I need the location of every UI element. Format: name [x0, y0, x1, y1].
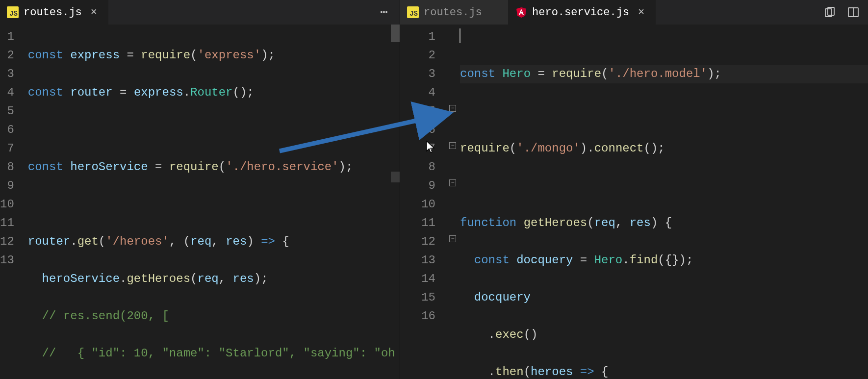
- angular-icon: [515, 6, 527, 18]
- fold-icon[interactable]: −: [449, 105, 456, 112]
- editor-left[interactable]: 1 2 3 4 5 6 7 8 9 10 11 12 13 const expr…: [0, 25, 400, 379]
- tab-label: routes.js: [424, 6, 482, 19]
- text-cursor: [460, 28, 460, 43]
- overview-ruler-left[interactable]: [391, 25, 400, 379]
- js-icon: JS: [7, 6, 19, 18]
- fold-icon[interactable]: −: [449, 235, 456, 242]
- tab-label: hero.service.js: [532, 6, 629, 19]
- fold-icon[interactable]: −: [449, 142, 456, 149]
- tab-hero-service[interactable]: hero.service.js ×: [509, 0, 656, 25]
- line-gutter-left: 1 2 3 4 5 6 7 8 9 10 11 12 13: [0, 25, 28, 379]
- close-icon[interactable]: ×: [638, 6, 644, 19]
- fold-icon[interactable]: −: [449, 179, 456, 186]
- editor-pane-left: JS routes.js × ⋯ 1 2 3 4 5 6 7 8 9 10 11…: [0, 0, 400, 379]
- tab-routes-right[interactable]: JS routes.js ×: [400, 0, 509, 25]
- code-left[interactable]: const express = require('express'); cons…: [28, 25, 400, 379]
- editor-pane-right: JS routes.js × hero.service.js × 1 2 3 4: [400, 0, 868, 379]
- fold-gutter-right: − − − −: [449, 25, 460, 379]
- line-gutter-right: 1 2 3 4 5 6 7 8 9 10 11 12 13 14 15 16: [400, 25, 449, 379]
- open-changes-icon[interactable]: [823, 5, 837, 19]
- editor-right[interactable]: 1 2 3 4 5 6 7 8 9 10 11 12 13 14 15 16 −…: [400, 25, 868, 379]
- tab-label: routes.js: [24, 6, 82, 19]
- split-editor-icon[interactable]: [846, 5, 860, 19]
- close-icon[interactable]: ×: [91, 6, 97, 19]
- code-right[interactable]: const Hero = require('./hero.model'); re…: [460, 25, 868, 379]
- tabbar-right: JS routes.js × hero.service.js ×: [400, 0, 868, 25]
- more-icon[interactable]: ⋯: [378, 5, 392, 19]
- js-icon: JS: [407, 6, 419, 18]
- tabbar-left: JS routes.js × ⋯: [0, 0, 400, 25]
- tab-routes-left[interactable]: JS routes.js ×: [0, 0, 108, 25]
